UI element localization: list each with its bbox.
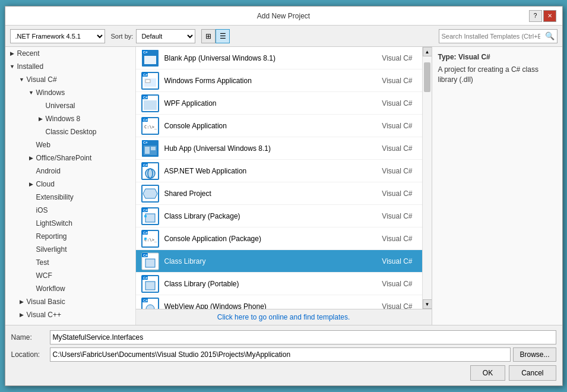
tree-item-ios[interactable]: iOS	[5, 204, 135, 217]
svg-text:C:\>_: C:\>_	[144, 125, 157, 129]
tree-label-extensibility: Extensibility	[36, 193, 74, 201]
tree-item-wcf[interactable]: WCF	[5, 269, 135, 282]
help-button[interactable]: ?	[529, 10, 542, 22]
template-console-pkg[interactable]: C# C:\>_ Console Application (Package) V…	[136, 227, 422, 250]
list-view-button[interactable]: ☰	[216, 29, 230, 43]
svg-rect-12	[144, 100, 157, 110]
template-name-wpf: WPF Application	[164, 99, 382, 108]
tree-item-android[interactable]: Android	[5, 165, 135, 178]
online-link[interactable]: Click here to go online and find templat…	[217, 313, 350, 321]
type-label-text: Type:	[438, 53, 457, 61]
svg-text:C#: C#	[143, 118, 148, 122]
template-name-hub-app: Hub App (Universal Windows 8.1)	[164, 144, 382, 153]
tree-item-workflow[interactable]: Workflow	[5, 282, 135, 295]
template-webview[interactable]: C# WebView App (Windows Phone) Visual C#	[136, 295, 422, 309]
search-icon: 🔍	[543, 31, 557, 40]
template-lang-class-lib-pkg: Visual C#	[382, 212, 412, 220]
template-lang-webview: Visual C#	[382, 302, 412, 309]
tree-item-lightswitch[interactable]: LightSwitch	[5, 217, 135, 230]
tree-arrow-windows	[27, 88, 36, 97]
tree-item-reporting[interactable]: Reporting	[5, 230, 135, 243]
svg-text:C#: C#	[143, 73, 148, 77]
tree-item-silverlight[interactable]: Silverlight	[5, 243, 135, 256]
template-lang-class-lib-portable: Visual C#	[382, 280, 412, 288]
tree-item-classic-desktop[interactable]: Classic Desktop	[5, 125, 135, 138]
name-input[interactable]	[50, 330, 556, 344]
tree-item-windows[interactable]: Windows	[5, 86, 135, 99]
tree-item-visual-basic[interactable]: Visual Basic	[5, 295, 135, 308]
svg-rect-34	[145, 214, 155, 222]
svg-text:C#: C#	[143, 208, 148, 212]
templates-scroll-up[interactable]: ▲	[423, 47, 432, 56]
template-name-blank-app: Blank App (Universal Windows 8.1)	[164, 54, 382, 62]
template-lang-console-pkg: Visual C#	[382, 235, 412, 243]
template-aspnet[interactable]: C# ASP.NET Web Application Visual C#	[136, 160, 422, 182]
template-icon-webview: C#	[141, 297, 160, 309]
name-row: Name:	[11, 330, 556, 344]
tree-label-visual-cpp: Visual C++	[27, 311, 61, 319]
bottom-panel: Name: Location: Browse... OK Cancel	[5, 325, 562, 385]
ok-button[interactable]: OK	[470, 365, 505, 381]
templates-scroll-thumb[interactable]	[424, 62, 430, 92]
toolbar: .NET Framework 4.5.1 Sort by: Default ⊞ …	[5, 26, 562, 47]
cancel-button[interactable]: Cancel	[509, 365, 556, 381]
tree-label-cloud: Cloud	[36, 180, 55, 188]
template-icon-class-lib-pkg: C#	[141, 207, 160, 226]
main-content: Recent Installed Visual C# Windows Unive…	[5, 47, 562, 325]
template-console[interactable]: C# C:\>_ Console Application Visual C#	[136, 115, 422, 137]
svg-rect-44	[145, 259, 155, 267]
tree-item-cloud[interactable]: Cloud	[5, 178, 135, 191]
template-blank-app[interactable]: C# Blank App (Universal Windows 8.1) Vis…	[136, 47, 422, 69]
close-button[interactable]: ✕	[543, 10, 556, 22]
tree-label-wcf: WCF	[36, 271, 52, 280]
tree-label-reporting: Reporting	[36, 232, 67, 241]
tree-label-workflow: Workflow	[36, 284, 65, 293]
tree-arrow-recent	[8, 49, 17, 58]
svg-rect-35	[144, 215, 147, 217]
template-name-console: Console Application	[164, 122, 382, 130]
grid-view-button[interactable]: ⊞	[201, 29, 216, 43]
template-hub-app[interactable]: C# Hub App (Universal Windows 8.1) Visua…	[136, 137, 422, 160]
template-name-webview: WebView App (Windows Phone)	[164, 302, 382, 309]
template-class-lib[interactable]: C# Class Library Visual C#	[136, 250, 422, 273]
name-label: Name:	[11, 333, 50, 342]
template-name-shared: Shared Project	[164, 189, 382, 198]
svg-rect-8	[145, 80, 150, 83]
svg-text:C#: C#	[143, 299, 148, 302]
location-input[interactable]	[50, 347, 511, 362]
tree-item-office-sharepoint[interactable]: Office/SharePoint	[5, 151, 135, 165]
tree-item-recent[interactable]: Recent	[5, 47, 135, 60]
svg-rect-21	[145, 147, 150, 154]
tree-label-installed: Installed	[17, 62, 44, 71]
tree-item-test[interactable]: Test	[5, 256, 135, 269]
tree-item-windows8[interactable]: Windows 8	[5, 112, 135, 125]
template-wpf[interactable]: C# WPF Application Visual C#	[136, 92, 422, 115]
template-winforms[interactable]: C# Windows Forms Application Visual C#	[136, 69, 422, 92]
tree-item-visual-csharp[interactable]: Visual C#	[5, 73, 135, 86]
browse-button[interactable]: Browse...	[513, 347, 556, 362]
framework-select[interactable]: .NET Framework 4.5.1	[10, 29, 105, 43]
svg-text:C#: C#	[143, 96, 148, 99]
templates-list: C# Blank App (Universal Windows 8.1) Vis…	[136, 47, 422, 309]
template-icon-wpf: C#	[141, 94, 160, 113]
templates-scroll-down[interactable]: ▼	[423, 299, 432, 309]
template-shared[interactable]: Shared Project Visual C#	[136, 182, 422, 205]
tree-arrow-installed	[8, 62, 17, 71]
template-class-lib-pkg[interactable]: C# Class Library (Package) Visual C#	[136, 205, 422, 227]
view-buttons: ⊞ ☰	[201, 29, 230, 43]
tree-item-visual-cpp[interactable]: Visual C++	[5, 308, 135, 321]
template-lang-blank-app: Visual C#	[382, 54, 412, 62]
tree-item-installed[interactable]: Installed	[5, 60, 135, 73]
template-icon-winforms: C#	[141, 71, 160, 90]
tree-item-universal[interactable]: Universal	[5, 99, 135, 112]
search-input[interactable]	[439, 30, 543, 43]
tree-label-test: Test	[36, 258, 49, 267]
svg-rect-22	[151, 147, 156, 150]
type-value-text: Visual C#	[458, 53, 490, 61]
tree-arrow-office-sharepoint	[27, 153, 36, 163]
template-class-lib-portable[interactable]: C# Class Library (Portable) Visual C#	[136, 273, 422, 295]
sort-select[interactable]: Default	[136, 29, 195, 43]
tree-label-web: Web	[36, 141, 50, 149]
tree-item-web[interactable]: Web	[5, 138, 135, 151]
tree-item-extensibility[interactable]: Extensibility	[5, 191, 135, 204]
